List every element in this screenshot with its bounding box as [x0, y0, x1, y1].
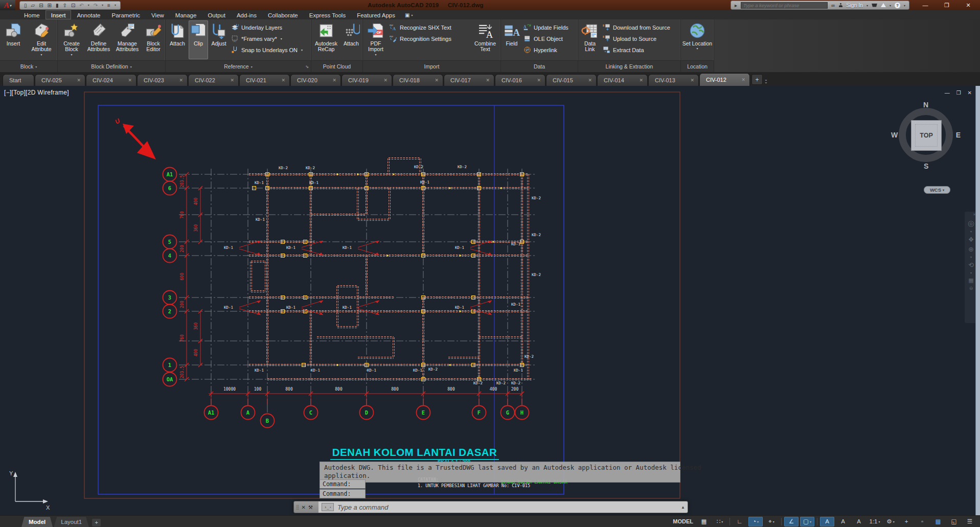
workspace-switching-icon-dropdown[interactable]: ▾ — [893, 520, 895, 523]
kd-label[interactable]: KD-2 — [525, 354, 534, 359]
recognition-settings-button[interactable]: PDFRecognition Settings — [390, 34, 469, 43]
columns[interactable] — [253, 173, 524, 381]
autodesk-dropdown-icon[interactable]: ▾ — [890, 4, 891, 7]
dimension-value[interactable]: 600 — [180, 273, 185, 281]
ole-object-button[interactable]: OLE Object — [523, 34, 576, 43]
kd-label[interactable]: KD-1 — [255, 180, 264, 185]
grid-bubble-label[interactable]: C — [309, 409, 312, 416]
restore-window-icon[interactable]: ❐ — [936, 2, 958, 9]
tab-manage[interactable]: Manage — [170, 10, 202, 19]
drawing-title-text[interactable]: DENAH KOLOM LANTAI DASAR — [330, 446, 499, 460]
column-type-labels[interactable]: KD-2KD-2KD-2KD-2KD-1KD-1KD-1KD-1KD-1KD-1… — [224, 165, 541, 385]
command-tools-icon[interactable]: ⚒ — [308, 505, 313, 510]
edit-attribute-dropdown-icon[interactable]: ▾ — [40, 53, 42, 56]
tab-insert[interactable]: Insert — [45, 10, 72, 19]
save-icon[interactable]: ⊟ — [39, 2, 43, 9]
file-tab-civ-014[interactable]: CIV-014✕ — [597, 74, 648, 86]
graphics-performance-icon[interactable]: ▩ — [931, 517, 945, 526]
navbar-collapse-icon[interactable]: ⊖ — [969, 286, 973, 291]
object-snap-icon-dropdown[interactable]: ▾ — [810, 520, 811, 523]
sign-in-button[interactable]: Sign In — [846, 2, 863, 8]
kd-label[interactable]: KD-1 — [455, 305, 464, 310]
clip-button[interactable]: Clip — [189, 20, 208, 59]
showmotion-icon[interactable]: ▦ — [968, 278, 973, 283]
file-tab-civ-017[interactable]: CIV-017✕ — [444, 74, 494, 86]
create-block-dropdown-icon[interactable]: ▾ — [71, 53, 72, 56]
grid-bubble-label[interactable]: OA — [167, 376, 173, 382]
doc-close-icon[interactable]: ✕ — [968, 90, 972, 96]
kd-label[interactable]: KD-2 — [532, 196, 541, 200]
polar-tracking-icon[interactable]: ◔▾ — [748, 517, 763, 526]
command-line[interactable]: ⣿ ✕ ⚒ ›_▾ Type a command ▲ — [293, 501, 688, 513]
close-tab-icon[interactable]: ✕ — [741, 77, 745, 82]
panel-dropdown-icon[interactable]: ▾ — [251, 65, 253, 68]
viewport-controls[interactable]: [−][Top][2D Wireframe] — [4, 89, 69, 96]
tab-annotate[interactable]: Annotate — [71, 10, 106, 19]
tab-home[interactable]: Home — [18, 10, 45, 19]
dimension-value[interactable]: 400 — [194, 198, 198, 205]
kd-label[interactable]: KD-1 — [455, 245, 464, 250]
help-icon[interactable]: ? — [895, 3, 900, 8]
close-tab-icon[interactable]: ✕ — [639, 78, 643, 83]
close-window-icon[interactable]: ✕ — [958, 2, 979, 9]
workspace-switching-icon[interactable]: ⚙▾ — [883, 517, 898, 526]
snap-mode-icon-dropdown[interactable]: ▾ — [721, 520, 723, 523]
tab-overflow-icon[interactable]: ⌄⌄ — [764, 78, 768, 83]
viewcube[interactable]: N W E S TOP — [892, 101, 960, 169]
orbit-icon[interactable]: ⟲ — [968, 262, 974, 268]
layout1-tab[interactable]: Layout1 — [54, 517, 89, 527]
close-tab-icon[interactable]: ✕ — [537, 78, 541, 83]
close-tab-icon[interactable]: ✕ — [128, 78, 132, 83]
close-tab-icon[interactable]: ✕ — [690, 78, 694, 83]
qat-customize-dropdown-icon[interactable]: ▾ — [115, 2, 116, 9]
doc-restore-icon[interactable]: ❐ — [956, 90, 961, 96]
kd-label[interactable]: KD-2 — [496, 381, 506, 385]
file-tab-civ-021[interactable]: CIV-021✕ — [239, 74, 290, 86]
set-location-dropdown-icon[interactable]: ▾ — [696, 47, 698, 50]
close-tab-icon[interactable]: ✕ — [486, 78, 490, 83]
status-menu-icon[interactable]: ☰ — [963, 517, 977, 526]
edit-attribute-button[interactable]: Edit Attribute▾ — [26, 20, 57, 59]
insert-button[interactable]: Insert — [1, 20, 26, 59]
file-tab-civ-018[interactable]: CIV-018✕ — [393, 74, 443, 86]
doc-minimize-icon[interactable]: — — [945, 90, 950, 96]
navbar-dropdown-icon[interactable]: ▾ — [970, 271, 972, 274]
grid-bubble-label[interactable]: A1 — [167, 171, 173, 177]
kd-label[interactable]: KD-1 — [420, 180, 429, 185]
new-layout-button[interactable]: + — [92, 519, 101, 526]
command-line-grip[interactable]: ⣿ ✕ ⚒ — [294, 501, 318, 513]
grid-bubble-label[interactable]: 2 — [168, 308, 171, 314]
dimension-value[interactable]: 400 — [194, 349, 198, 357]
status-customization-icon[interactable]: + — [899, 517, 914, 526]
help-dropdown-icon[interactable]: ▾ — [904, 4, 905, 7]
annotation-scale-value[interactable]: 1:1▾ — [868, 517, 882, 526]
hyperlink-button[interactable]: Hyperlink — [523, 45, 576, 55]
kd-label[interactable]: KD-1 — [514, 368, 523, 373]
dimension-value[interactable]: 360 — [194, 323, 198, 330]
annotation-autoscale-icon[interactable]: A — [836, 517, 850, 526]
kd-label[interactable]: KD-1 — [224, 305, 233, 310]
close-tab-icon[interactable]: ✕ — [332, 78, 336, 83]
panel-label-location[interactable]: Location — [681, 60, 714, 72]
pan-icon[interactable]: ❖ — [968, 236, 974, 243]
sign-in-dropdown-icon[interactable]: ▾ — [867, 4, 868, 7]
kd-label[interactable]: KD-2 — [414, 165, 423, 169]
zoom-icon[interactable]: ⊕ — [968, 246, 974, 253]
panel-label-block[interactable]: Block▾ — [0, 60, 57, 72]
grid-bubble-label[interactable]: 6 — [168, 185, 171, 191]
dimension-value[interactable]: 203.5 — [180, 366, 185, 378]
snap-mode-icon[interactable]: ∷▾ — [713, 517, 727, 526]
tab-output[interactable]: Output — [202, 10, 231, 19]
search-icon[interactable]: ∞ — [831, 3, 835, 8]
close-tab-icon[interactable]: ✕ — [435, 78, 439, 83]
navbar-dropdown-icon[interactable]: ▾ — [970, 230, 972, 233]
grid-bubble-label[interactable]: H — [520, 409, 523, 416]
grid-lines[interactable] — [179, 169, 536, 414]
kd-label[interactable]: KD-1 — [255, 368, 264, 373]
grid-bubble-label[interactable]: 3 — [168, 294, 171, 301]
annotation-scale-value-dropdown[interactable]: ▾ — [878, 520, 880, 523]
kd-label[interactable]: KD-2 — [473, 381, 483, 385]
dimension-value[interactable]: 800 — [447, 387, 455, 392]
panel-label-reference[interactable]: Reference▾⇘ — [166, 60, 311, 72]
panel-dropdown-icon[interactable]: ▾ — [130, 65, 132, 68]
